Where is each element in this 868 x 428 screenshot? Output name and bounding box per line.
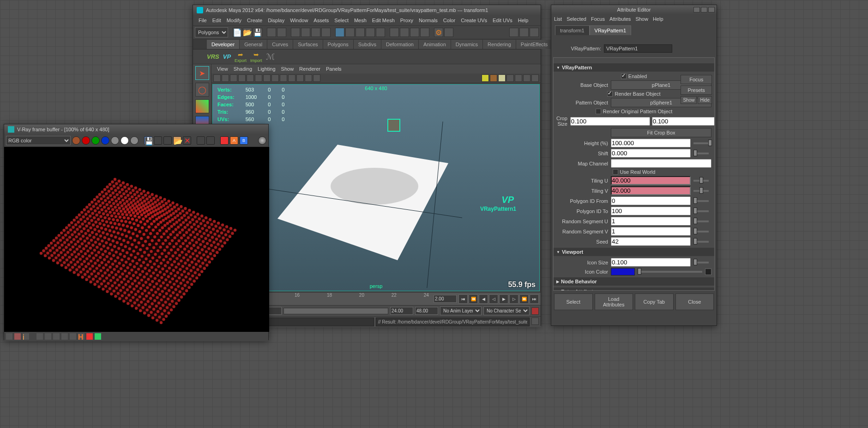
viewport-toolbar[interactable]	[211, 73, 541, 83]
channel-dropdown[interactable]: RGB color	[6, 136, 71, 145]
channel-swatch-3[interactable]	[101, 136, 109, 145]
polyid-to-field[interactable]	[611, 207, 691, 215]
rand-seg-v-field[interactable]	[611, 227, 691, 236]
info-i-icon[interactable]: i	[23, 333, 29, 340]
open-folder-icon[interactable]: 📂	[173, 136, 181, 145]
height-field[interactable]	[611, 139, 691, 147]
vp-shelf-button[interactable]: VP	[223, 53, 231, 60]
levels-icon[interactable]	[45, 333, 51, 340]
channel-swatch-6[interactable]	[130, 136, 139, 145]
section-extra-attrs[interactable]: Extra Attributes	[554, 287, 714, 291]
enabled-checkbox[interactable]	[621, 73, 627, 79]
maya-titlebar[interactable]: Autodesk Maya 2012 x64: /home/bdancer/de…	[193, 5, 541, 15]
snap-curve-icon[interactable]	[345, 28, 355, 37]
rand-seg-u-field[interactable]	[611, 217, 691, 226]
tiling-v-field[interactable]	[611, 186, 691, 195]
map-channel-field[interactable]	[611, 159, 711, 168]
ipr-icon[interactable]	[420, 28, 429, 37]
layout-3-icon[interactable]	[530, 28, 539, 37]
snap-plane-icon[interactable]	[366, 28, 375, 37]
save-scene-icon[interactable]: 💾	[253, 28, 262, 37]
maya-menubar[interactable]: FileEditModifyCreateDisplayWindowAssetsS…	[193, 15, 541, 26]
polyid-from-field[interactable]	[611, 196, 691, 205]
open-scene-icon[interactable]: 📂	[243, 28, 252, 37]
snap-point-icon[interactable]	[356, 28, 365, 37]
vfb-render-view[interactable]	[4, 147, 268, 332]
vfb-settings-icon[interactable]	[258, 136, 266, 145]
delete-icon[interactable]: ✕	[183, 136, 191, 145]
polyid-to-slider[interactable]	[693, 210, 709, 212]
color-picker-icon[interactable]	[705, 269, 711, 275]
new-scene-icon[interactable]: 📄	[233, 28, 242, 37]
range-max-field[interactable]	[415, 307, 438, 315]
tab-transform1[interactable]: transform1	[555, 25, 590, 35]
vrs-shelf-button[interactable]: VRS	[207, 53, 219, 60]
shelf-tabs[interactable]: DeveloperGeneralCurvesSurfacesPolygonsSu…	[193, 39, 541, 49]
step-fwd-key-icon[interactable]: ⏩	[519, 294, 529, 304]
step-back-icon[interactable]: ◀	[479, 294, 488, 304]
tiling-v-slider[interactable]	[693, 190, 709, 192]
goto-end-icon[interactable]: ⏭	[530, 294, 539, 304]
play-back-icon[interactable]: ◁	[489, 294, 498, 304]
node-name-field[interactable]	[604, 44, 672, 53]
float-icon[interactable]	[701, 7, 707, 12]
range-slider-2[interactable]	[283, 308, 388, 314]
render-settings-icon[interactable]: ⚙	[434, 28, 443, 37]
render-icon[interactable]	[410, 28, 419, 37]
construct-icon[interactable]	[400, 28, 409, 37]
track-mouse-icon[interactable]	[206, 136, 215, 145]
min-icon[interactable]	[693, 7, 700, 12]
step-fwd-icon[interactable]: ▷	[509, 294, 518, 304]
select-tool-icon[interactable]: ➤	[195, 66, 209, 80]
presets-button[interactable]: Presets	[681, 86, 712, 95]
export-shelf-button[interactable]: ➦Export	[235, 51, 247, 63]
layout-2-icon[interactable]	[519, 28, 529, 37]
lasso-tool-icon[interactable]: ◯	[195, 83, 209, 97]
color-info-icon[interactable]	[14, 333, 21, 340]
pattern-cube-gizmo[interactable]	[387, 119, 400, 132]
region-icon[interactable]	[197, 136, 205, 145]
height-slider[interactable]	[693, 142, 709, 144]
import-shelf-button[interactable]: ➥Import	[250, 51, 262, 63]
show-button[interactable]: Show	[681, 96, 697, 104]
icon-color-swatch[interactable]	[611, 268, 635, 275]
maya-status-line[interactable]: Polygons 📄 📂 💾 ⚙	[193, 26, 541, 39]
script-editor-icon[interactable]	[531, 318, 539, 325]
vfb-bottom-bar[interactable]: i H	[4, 332, 268, 341]
range-min-field[interactable]	[390, 307, 413, 315]
section-viewport[interactable]: Viewport	[554, 248, 714, 256]
compare-a-icon[interactable]: A	[230, 136, 238, 145]
seed-field[interactable]	[611, 237, 691, 246]
script-shelf-icon[interactable]: ℳ	[266, 52, 275, 62]
crop-y-field[interactable]	[652, 117, 715, 126]
playback-controls[interactable]: ⏮ ⏪ ◀ ◁ ▶ ▷ ⏩ ⏭	[457, 294, 541, 304]
exposure-icon[interactable]	[53, 333, 60, 340]
hide-button[interactable]: Hide	[698, 96, 712, 104]
sel-comp-icon[interactable]	[301, 28, 310, 37]
save-image-icon[interactable]: 💾	[144, 136, 152, 145]
channel-swatch-5[interactable]	[121, 136, 129, 145]
paint-select-tool-icon[interactable]	[195, 99, 209, 113]
tab-vraypattern1[interactable]: VRayPattern1	[590, 25, 631, 35]
snap-live-icon[interactable]	[376, 28, 385, 37]
rand-seg-v-slider[interactable]	[693, 231, 709, 232]
channel-swatch-0[interactable]	[72, 136, 80, 145]
history-h-icon[interactable]: H	[78, 333, 84, 340]
redo-icon[interactable]	[277, 28, 286, 37]
snap-grid-icon[interactable]	[335, 28, 344, 37]
real-world-checkbox[interactable]	[613, 169, 618, 175]
fit-crop-button[interactable]: Fit Crop Box	[611, 128, 711, 137]
sel-mask-icon[interactable]	[311, 28, 320, 37]
section-vraypattern[interactable]: VRayPattern	[554, 63, 714, 72]
close-button[interactable]: Close	[675, 293, 714, 310]
render-original-checkbox[interactable]	[596, 109, 601, 114]
color-correct-icon[interactable]	[220, 136, 229, 145]
channel-swatch-2[interactable]	[91, 136, 100, 145]
goto-start-icon[interactable]: ⏮	[458, 294, 468, 304]
history-icon[interactable]	[390, 28, 399, 37]
pixel-info-icon[interactable]	[6, 333, 12, 340]
focus-button[interactable]: Focus	[681, 75, 712, 84]
crop-x-field[interactable]	[570, 117, 650, 126]
icon-size-slider[interactable]	[693, 262, 709, 263]
mode-dropdown[interactable]: Polygons	[195, 27, 228, 37]
